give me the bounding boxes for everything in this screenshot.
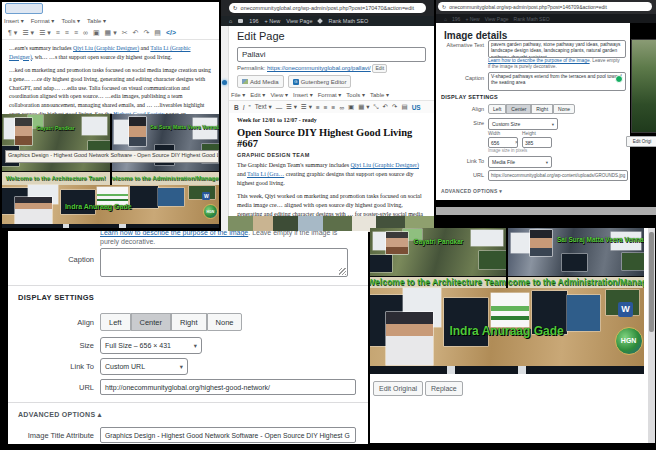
toolbar-icon[interactable]: </> — [166, 29, 176, 36]
toolbar-icon[interactable]: ▦ ▾ — [105, 29, 117, 37]
menu-item[interactable]: Format ▾ — [31, 17, 55, 24]
edit-original-button[interactable]: Edit Origi — [626, 136, 656, 147]
reload-icon[interactable]: ↻ — [233, 5, 238, 11]
toolbar-icon[interactable]: B — [234, 104, 239, 111]
person-link[interactable]: Qiyi Liu (Graphic Designer) — [351, 162, 419, 168]
toolbar-icon[interactable]: ▣ — [348, 103, 354, 111]
toolbar-icon[interactable]: ▦ ▾ — [358, 103, 369, 111]
scrollbar-thumb[interactable] — [649, 232, 654, 332]
toolbar-icon[interactable]: ↷ — [143, 29, 149, 37]
person-link[interactable]: Talia Li (Gra… — [247, 171, 284, 177]
add-media-button[interactable]: Add Media — [237, 75, 284, 88]
toolbar-icon[interactable]: ∞ — [83, 29, 88, 36]
editor-tab-chip[interactable] — [5, 3, 43, 14]
home-icon[interactable]: ⌂ — [444, 16, 447, 22]
toolbar-icon[interactable]: ≡ — [56, 29, 60, 36]
permalink-edit-button[interactable]: Edit — [372, 64, 387, 73]
menu-item[interactable]: Insert ▾ — [293, 91, 313, 98]
align-left-button[interactable]: Left — [100, 313, 131, 331]
toolbar-icon[interactable]: ⤡ — [373, 103, 378, 111]
align-left-button[interactable]: Left — [488, 104, 506, 114]
rank-math-link[interactable]: Rank Math SEO — [514, 16, 550, 22]
reload-icon[interactable]: ↻ — [442, 4, 446, 10]
toolbar-icon[interactable]: ↶ — [133, 29, 139, 37]
view-page-link[interactable]: View Page — [485, 16, 509, 22]
comments-icon[interactable] — [238, 19, 243, 23]
menu-item[interactable]: File ▾ — [231, 91, 245, 98]
url-label: URL — [438, 172, 484, 178]
toolbar-icon[interactable]: ¶ ▾ — [8, 29, 17, 37]
toolbar-icon[interactable]: ▣ — [93, 29, 100, 37]
menu-item[interactable]: Format ▾ — [318, 91, 342, 98]
toolbar-icon[interactable]: ☰ ▾ — [301, 103, 312, 111]
menu-item[interactable]: Edit ▾ — [250, 91, 265, 98]
new-menu[interactable]: + New — [265, 18, 281, 24]
align-none-button[interactable]: None — [553, 104, 575, 114]
advanced-options-toggle[interactable]: ADVANCED OPTIONS ▴ — [18, 411, 101, 419]
menu-item[interactable]: Table ▾ — [370, 91, 389, 98]
toolbar-icon[interactable]: ≡ — [332, 104, 336, 111]
edit-original-button[interactable]: Edit Original — [373, 381, 423, 396]
toolbar-icon[interactable]: ≡ — [324, 104, 328, 111]
toolbar-icon[interactable]: ≡ — [65, 29, 69, 36]
caption-input[interactable]: V-shaped pathways extend from the terrac… — [488, 72, 626, 91]
new-menu[interactable]: + New — [465, 16, 479, 22]
toolbar-icon[interactable]: ☰ ▾ — [286, 103, 297, 111]
align-center-button[interactable]: Center — [506, 104, 531, 114]
width-input[interactable]: 656 — [488, 137, 518, 148]
gutenberg-button[interactable]: G Gutenberg Editor — [288, 75, 352, 88]
toolbar-icon[interactable]: ↶ — [383, 103, 388, 111]
toolbar-icon[interactable]: ▤ — [402, 103, 408, 111]
toolbar-icon[interactable]: ▤ — [154, 29, 161, 37]
toolbar-icon[interactable]: ≡ — [74, 29, 78, 36]
resize-handle-icon[interactable] — [339, 268, 346, 275]
alt-help-link[interactable]: Learn how to describe the purpose of the… — [488, 58, 590, 63]
toolbar-icon[interactable]: ≡ — [316, 104, 320, 111]
address-bar[interactable]: ↻ onecommunityglobal.org/wp-admin/post.p… — [438, 2, 652, 11]
menu-item[interactable]: View ▾ — [270, 91, 288, 98]
toolbar-icon[interactable]: ✂ — [122, 29, 128, 37]
menu-item[interactable]: Tools ▾ — [61, 17, 80, 24]
view-page-link[interactable]: View Page — [286, 18, 312, 24]
align-right-button[interactable]: Right — [171, 313, 207, 331]
align-none-button[interactable]: None — [207, 313, 243, 331]
home-icon[interactable]: ⌂ — [229, 18, 232, 24]
menu-item[interactable]: Table ▾ — [87, 17, 106, 24]
size-select[interactable]: Full Size – 656 × 431▾ — [100, 337, 202, 354]
toolbar-icon[interactable]: US — [412, 104, 421, 111]
replace-button[interactable]: Replace — [425, 381, 463, 396]
size-select[interactable]: Custom Size▾ — [488, 118, 558, 130]
url-input[interactable]: https://onecommunityglobal.org/wp-conten… — [488, 170, 628, 181]
toolbar-icon[interactable]: ∞ — [339, 104, 344, 111]
toolbar-icon[interactable]: ” — [249, 104, 251, 111]
toolbar-icon[interactable]: ↷ — [392, 103, 397, 111]
align-center-button[interactable]: Center — [131, 313, 172, 331]
align-right-button[interactable]: Right — [531, 104, 553, 114]
url-input[interactable]: http://onecommunityglobal.org/highest-go… — [100, 379, 356, 395]
menu-item[interactable]: Insert ▾ — [4, 17, 24, 24]
comment-count[interactable]: 196 — [452, 16, 460, 22]
editor-content[interactable]: …eam's summary includes Qiyi Liu (Graphi… — [2, 40, 219, 118]
link-to-select[interactable]: Custom URL▾ — [100, 358, 188, 375]
spellcheck-icon[interactable] — [615, 75, 623, 83]
permalink-link[interactable]: https://onecommunityglobal.org/pallavi/ — [267, 65, 371, 71]
caption-input[interactable] — [100, 248, 348, 277]
post-title-input[interactable]: Pallavi — [237, 47, 426, 62]
toolbar-icon[interactable]: — — [276, 104, 283, 111]
height-input[interactable]: 385 — [522, 137, 552, 148]
editor-content[interactable]: Week for 12/01 to 12/07 - ready Open Sou… — [229, 113, 434, 216]
link-to-select[interactable]: Media File▾ — [488, 156, 552, 168]
toolbar-icon[interactable]: ☰ ▾ — [39, 29, 51, 37]
toolbar-icon[interactable]: I — [243, 104, 245, 111]
alt-text-input[interactable]: pavers garden pathway, stone pathway yar… — [488, 40, 626, 58]
address-bar[interactable]: ↻ onecommunityglobal.org/wp-admin/post.p… — [229, 3, 426, 13]
toolbar-icon[interactable]: ☰ ▾ — [22, 29, 34, 37]
title-attribute-input[interactable]: Graphics Design - Highest Good Network S… — [100, 427, 356, 443]
alt-help-link[interactable]: Learn how to describe the purpose of the… — [100, 231, 248, 236]
toolbar-icon[interactable]: Text ▾ — [255, 103, 272, 111]
rank-math-link[interactable]: Rank Math SEO — [328, 18, 368, 24]
person-link[interactable]: Qiyi Liu (Graphic Designer) — [73, 45, 139, 51]
advanced-options-toggle[interactable]: ADVANCED OPTIONS ▾ — [441, 188, 502, 194]
comment-count[interactable]: 196 — [249, 18, 258, 24]
menu-item[interactable]: Tools ▾ — [346, 91, 365, 98]
